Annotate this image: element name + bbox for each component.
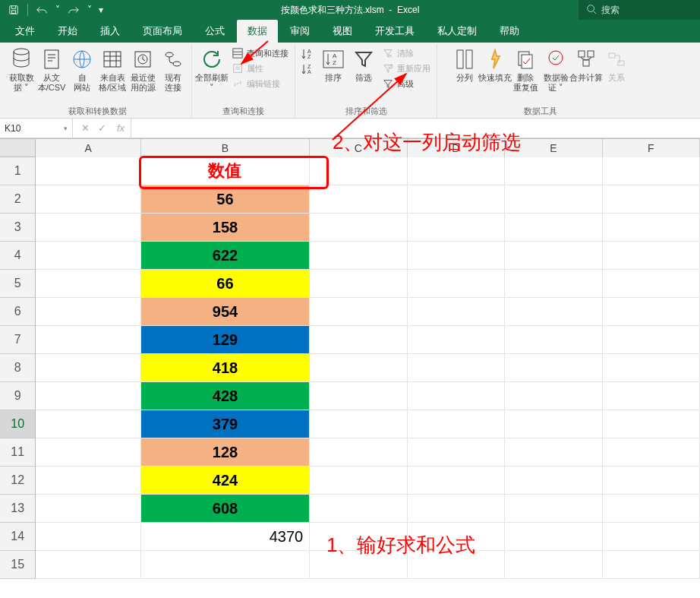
sort-desc-button[interactable]: ZA xyxy=(300,62,317,76)
from-text-button[interactable]: 从文 本/CSV xyxy=(36,46,67,92)
cell[interactable] xyxy=(603,326,700,354)
cell[interactable]: 424 xyxy=(141,467,310,495)
cell[interactable]: 128 xyxy=(141,438,310,467)
tab-help[interactable]: 帮助 xyxy=(489,20,530,43)
cell[interactable] xyxy=(603,157,700,185)
cell[interactable] xyxy=(310,185,407,214)
cell[interactable] xyxy=(310,270,407,298)
cell[interactable]: 622 xyxy=(141,242,310,270)
cell[interactable] xyxy=(36,410,140,438)
cell[interactable] xyxy=(603,410,700,438)
row-header[interactable]: 14 xyxy=(0,523,36,551)
row-header[interactable]: 15 xyxy=(0,551,36,579)
cell[interactable] xyxy=(505,438,602,467)
row-header[interactable]: 12 xyxy=(0,467,36,495)
recent-sources-button[interactable]: 最近使 用的源 xyxy=(128,46,158,92)
cell[interactable]: 66 xyxy=(141,270,310,298)
tab-formula[interactable]: 公式 xyxy=(194,20,235,43)
tab-data[interactable]: 数据 xyxy=(237,20,278,43)
from-web-button[interactable]: 自 网站 xyxy=(67,46,97,92)
text-to-columns-button[interactable]: 分列 xyxy=(449,46,480,83)
cell[interactable] xyxy=(408,438,505,467)
search-box[interactable]: 搜索 xyxy=(579,0,700,20)
row-header[interactable]: 11 xyxy=(0,438,36,467)
select-all-corner[interactable] xyxy=(0,139,36,157)
cell[interactable] xyxy=(603,382,700,410)
refresh-all-button[interactable]: 全部刷新 ˅ xyxy=(195,46,229,92)
tab-insert[interactable]: 插入 xyxy=(90,20,131,43)
cell[interactable] xyxy=(505,270,602,298)
cell[interactable] xyxy=(408,270,505,298)
cell[interactable] xyxy=(603,523,700,551)
cell[interactable]: 4370 xyxy=(141,523,310,551)
col-header-A[interactable]: A xyxy=(36,139,140,157)
existing-conn-button[interactable]: 现有 连接 xyxy=(158,46,188,92)
cell[interactable] xyxy=(141,551,310,579)
cell[interactable] xyxy=(505,495,602,523)
remove-dup-button[interactable]: 删除 重复值 xyxy=(510,46,541,92)
cell[interactable] xyxy=(36,523,140,551)
cell[interactable] xyxy=(36,382,140,410)
cell[interactable] xyxy=(310,214,407,242)
cell[interactable] xyxy=(505,185,602,214)
cell[interactable] xyxy=(603,298,700,326)
cell[interactable] xyxy=(310,438,407,467)
cell[interactable] xyxy=(603,495,700,523)
cell[interactable] xyxy=(505,298,602,326)
name-box-dropdown-icon[interactable]: ▾ xyxy=(64,125,68,132)
row-header[interactable]: 10 xyxy=(0,410,36,438)
advanced-filter-button[interactable]: 高级 xyxy=(380,76,432,91)
cell[interactable] xyxy=(310,354,407,382)
cell[interactable]: 954 xyxy=(141,298,310,326)
cell[interactable] xyxy=(505,214,602,242)
cell[interactable] xyxy=(310,467,407,495)
sort-asc-button[interactable]: AZ xyxy=(300,47,317,61)
cell[interactable] xyxy=(505,242,602,270)
row-header[interactable]: 5 xyxy=(0,270,36,298)
row-header[interactable]: 6 xyxy=(0,298,36,326)
tab-home[interactable]: 开始 xyxy=(47,20,88,43)
flash-fill-button[interactable]: 快速填充 xyxy=(480,46,510,83)
cell[interactable] xyxy=(310,326,407,354)
get-data-button[interactable]: 获取数 据 ˅ xyxy=(6,46,36,92)
col-header-F[interactable]: F xyxy=(603,139,700,157)
cell[interactable] xyxy=(36,270,140,298)
redo-icon[interactable] xyxy=(65,2,83,18)
cell[interactable] xyxy=(408,495,505,523)
cell[interactable]: 数值 xyxy=(141,157,310,185)
undo-icon[interactable] xyxy=(33,2,51,18)
tab-file[interactable]: 文件 xyxy=(5,20,46,43)
cell[interactable]: 418 xyxy=(141,354,310,382)
cell[interactable] xyxy=(603,242,700,270)
cell[interactable] xyxy=(603,551,700,579)
cell[interactable] xyxy=(408,185,505,214)
cell[interactable] xyxy=(505,551,602,579)
cell[interactable] xyxy=(408,326,505,354)
cell[interactable] xyxy=(505,467,602,495)
cell[interactable] xyxy=(36,185,140,214)
fx-icon[interactable]: fx xyxy=(112,122,125,134)
row-header[interactable]: 1 xyxy=(0,157,36,185)
cell[interactable] xyxy=(603,185,700,214)
cell[interactable] xyxy=(36,298,140,326)
col-header-B[interactable]: B xyxy=(141,139,310,157)
cell[interactable] xyxy=(505,382,602,410)
cell[interactable] xyxy=(603,214,700,242)
cell[interactable] xyxy=(408,157,505,185)
row-header[interactable]: 3 xyxy=(0,214,36,242)
tab-custom[interactable]: 私人定制 xyxy=(427,20,487,43)
row-header[interactable]: 7 xyxy=(0,326,36,354)
row-header[interactable]: 2 xyxy=(0,185,36,214)
cell[interactable] xyxy=(36,438,140,467)
cell[interactable] xyxy=(505,354,602,382)
cell[interactable]: 158 xyxy=(141,214,310,242)
tab-review[interactable]: 审阅 xyxy=(279,20,320,43)
consolidate-button[interactable]: 合并计算 xyxy=(571,46,601,83)
cell[interactable] xyxy=(408,382,505,410)
cell[interactable] xyxy=(310,382,407,410)
cell[interactable]: 379 xyxy=(141,410,310,438)
cell[interactable] xyxy=(408,214,505,242)
cell[interactable]: 608 xyxy=(141,495,310,523)
from-table-button[interactable]: 来自表 格/区域 xyxy=(97,46,128,92)
data-validation-button[interactable]: 数据验 证 ˅ xyxy=(541,46,571,92)
